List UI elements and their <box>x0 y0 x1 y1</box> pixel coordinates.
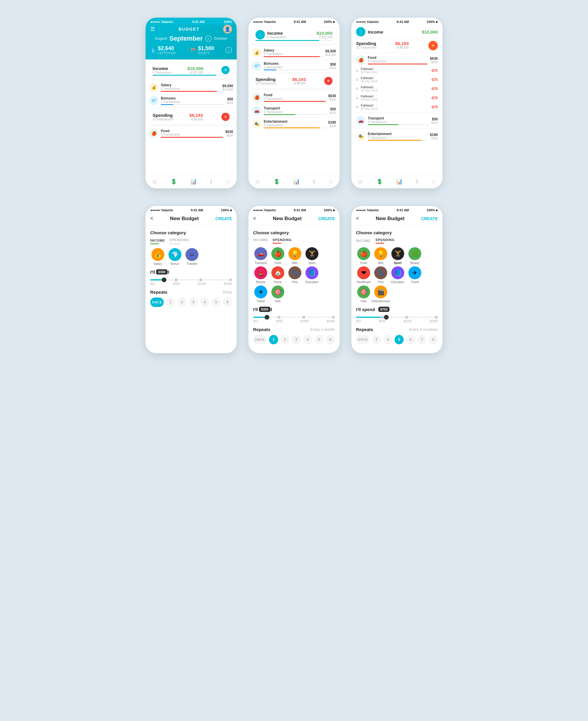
nav-info-3[interactable]: ℹ <box>416 178 418 185</box>
cat-travel-5[interactable]: ✈ Travel <box>253 285 268 303</box>
entertainment-detail[interactable]: 🎭 Entertainment 4 Transactions $180 $200 <box>356 130 438 143</box>
bonus-row-2[interactable]: 💎 Bonuses 1 Transactions $50 $250 <box>252 59 336 73</box>
create-btn-6[interactable]: CREATE <box>421 216 438 221</box>
food-detail-header[interactable]: 🍎 Food 5 Transactions $630 $500 <box>356 54 438 66</box>
repeat-5-6[interactable]: 5 <box>395 335 404 344</box>
salary-row[interactable]: 💰 Salary 5 Transactions $9,500 $10,000 <box>149 81 233 94</box>
fallmart-1[interactable]: Fallmart 06 Sep 2016 -$75 <box>356 66 438 75</box>
create-btn-5[interactable]: CREATE <box>318 216 335 221</box>
back-btn-5[interactable]: < <box>253 215 256 222</box>
cat-pets-5[interactable]: 🐾 Pets <box>287 266 302 284</box>
cat-food-5[interactable]: 🍎 Food <box>270 247 286 264</box>
tab-spending-6[interactable]: SPENDING <box>375 238 395 244</box>
add-spending-btn[interactable]: + <box>222 113 230 121</box>
nav-budget-2[interactable]: 💲 <box>273 178 280 185</box>
cat-education-5[interactable]: 📘 Education <box>304 266 320 284</box>
repeat-7-6[interactable]: 7 <box>418 335 426 344</box>
cat-education-6[interactable]: 📘 Education <box>390 266 405 284</box>
tab-spending-5[interactable]: SPENDING <box>273 238 292 244</box>
nav-chart-2[interactable]: 📊 <box>293 178 299 185</box>
repeat-1-5[interactable]: 1 <box>269 335 278 344</box>
cat-beauty-6[interactable]: 🌿 Beauty <box>407 247 422 264</box>
tab-income-6[interactable]: INCOME <box>356 239 371 243</box>
tab-income-5[interactable]: INCOME <box>253 238 268 244</box>
cat-kids-6[interactable]: 🎯 Kids <box>356 285 371 303</box>
repeat-4-6[interactable]: 4 <box>383 335 393 344</box>
cat-pets-6[interactable]: 🐾 Pets <box>373 266 388 284</box>
nav-info-2[interactable]: ℹ <box>313 178 315 185</box>
repeat-once-6[interactable]: ONCE <box>356 335 370 344</box>
income-card[interactable]: Income 6 Transactions $10,000 of $12,000… <box>149 63 233 79</box>
repeat-4-4[interactable]: 4 <box>200 298 209 307</box>
next-arrow[interactable]: › <box>205 35 212 42</box>
cat-bills-5[interactable]: 💡 Bills <box>287 247 302 264</box>
transport-detail[interactable]: 🚗 Transport 4 Transactions $50 $100 <box>356 114 438 127</box>
salary-row-2[interactable]: 💰 Salary 5 Transactions $9,500 $10,000 <box>252 46 336 59</box>
repeat-once-4[interactable]: ONCE <box>150 298 164 307</box>
repeat-6-4[interactable]: 6 <box>223 298 232 307</box>
repeat-2-4[interactable]: 2 <box>177 298 187 307</box>
cat-beauty-5[interactable]: 💄 Beauty <box>253 266 268 284</box>
slider-5[interactable]: $350 <box>253 317 335 318</box>
nav-chart-3[interactable]: 📊 <box>396 178 402 185</box>
create-btn-4[interactable]: CREATE <box>215 216 232 221</box>
cat-kids-5[interactable]: 🎯 Kids <box>270 285 286 303</box>
cat-transfer[interactable]: ↔ Transfer <box>184 248 200 265</box>
entertainment-row-2[interactable]: 🎭 Entertainment 4 Transactions $180 $200 <box>252 117 336 131</box>
fallmart-3[interactable]: Fallmart 06 Sep 2016 -$75 <box>356 84 438 93</box>
tab-spending-4[interactable]: SPENDING <box>170 238 189 244</box>
menu-icon[interactable]: ☰ <box>150 26 155 32</box>
repeat-6-5[interactable]: 6 <box>326 335 335 344</box>
cat-sport-6[interactable]: 🏋 Sport <box>390 247 405 264</box>
repeat-8-6[interactable]: 8 <box>429 335 438 344</box>
add-spending-btn-2[interactable]: + <box>324 77 333 85</box>
cat-food-6[interactable]: 🍎 Food <box>356 247 371 264</box>
nav-settings-3[interactable]: ◇ <box>432 178 436 185</box>
nav-chart[interactable]: 📊 <box>190 178 197 185</box>
spending-card-2[interactable]: Spending 13 Transactions $6,193 of $8,00… <box>252 74 336 88</box>
cat-bills-6[interactable]: 💡 Bills <box>373 247 388 264</box>
add-income-btn[interactable]: + <box>222 66 230 74</box>
cat-transport-5[interactable]: 🚗 Transport <box>253 247 268 264</box>
nav-pie-3[interactable]: ◎ <box>358 178 363 185</box>
repeat-6-6[interactable]: 6 <box>406 335 415 344</box>
back-btn-4[interactable]: < <box>150 215 153 222</box>
nav-info[interactable]: ℹ <box>210 178 212 185</box>
fallmart-2[interactable]: Fallmart 06 Sep 2016 -$75 <box>356 75 438 84</box>
nav-budget[interactable]: 💲 <box>170 178 177 185</box>
food-row-2[interactable]: 🍎 Food 5 Transactions $630 $500 <box>252 91 336 104</box>
nav-settings[interactable]: ◇ <box>226 178 230 185</box>
repeat-3-4[interactable]: 3 <box>189 298 198 307</box>
bonus-row[interactable]: 💎 Bonuses 1 Transactions $50 $250 <box>149 94 233 107</box>
stat-arrow[interactable]: › <box>226 47 232 53</box>
fallmart-5[interactable]: Fallmart 06 Sep 2016 -$75 <box>356 102 438 112</box>
repeat-5-4[interactable]: 5 <box>212 298 221 307</box>
repeat-5-5[interactable]: 5 <box>315 335 324 344</box>
repeat-3-5[interactable]: 3 <box>292 335 301 344</box>
slider-4[interactable]: $350 <box>150 279 232 280</box>
nav-settings-2[interactable]: ◇ <box>329 178 333 185</box>
transport-row-2[interactable]: 🚗 Transport 4 Transactions $50 $100 <box>252 104 336 117</box>
cat-home-5[interactable]: 🏠 Home <box>270 266 286 284</box>
repeat-once-5[interactable]: ONCE <box>253 335 267 344</box>
cat-bonus[interactable]: 💎 Bonus <box>167 248 183 265</box>
add-spending-3[interactable]: + <box>428 41 438 50</box>
income-card-2[interactable]: ↑ Income 6 Transactions $10,000 of $12,0… <box>252 27 336 44</box>
repeat-1-4[interactable]: 1 <box>166 298 175 307</box>
cat-salary[interactable]: 💰 Salary <box>150 248 166 265</box>
nav-budget-3[interactable]: 💲 <box>376 178 383 185</box>
avatar[interactable]: 👤 <box>223 25 232 34</box>
nav-pie-2[interactable]: ◎ <box>255 178 260 185</box>
food-row[interactable]: 🍎 Food 5 Transactions $630 $500 <box>149 127 233 140</box>
cat-travel-6[interactable]: ✈ Travel <box>407 266 422 284</box>
fallmart-4[interactable]: Fallmart 06 Sep 2016 -$75 <box>356 93 438 102</box>
nav-pie[interactable]: ◎ <box>152 178 157 185</box>
repeat-3-6[interactable]: 3 <box>372 335 381 344</box>
spending-card[interactable]: Spending 13 Transactions $6,193 of $8,00… <box>149 110 233 124</box>
tab-income-4[interactable]: INCOME <box>150 239 165 244</box>
repeat-2-5[interactable]: 2 <box>280 335 290 344</box>
cat-entertainment-6[interactable]: 🎬 Entertainment <box>373 285 388 303</box>
cat-sport-5[interactable]: 🏋 Sport <box>304 247 320 264</box>
back-btn-6[interactable]: < <box>356 215 359 222</box>
slider-6[interactable]: $750 <box>356 317 438 318</box>
